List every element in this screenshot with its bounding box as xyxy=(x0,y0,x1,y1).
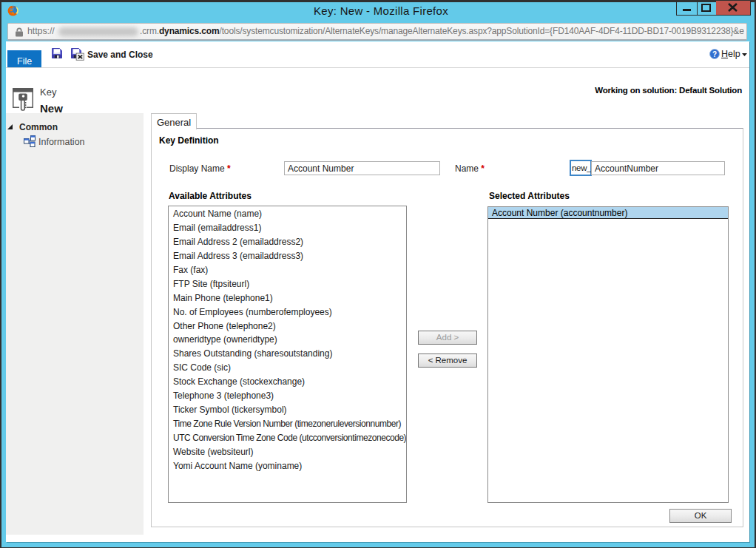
svg-text:?: ? xyxy=(712,50,717,58)
